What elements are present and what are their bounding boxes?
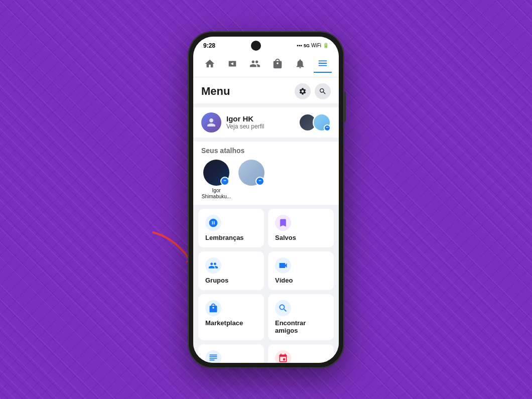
shortcut-avatar-2 (238, 160, 264, 186)
nav-video[interactable] (223, 55, 241, 73)
phone-wrapper: 9:28 ▪▪▪ 5G WiFi 🔋 (188, 32, 344, 368)
status-time: 9:28 (203, 42, 215, 49)
saved-label: Salvos (275, 234, 327, 241)
nav-bar (193, 51, 339, 77)
video-icon (275, 257, 291, 274)
grid-item-marketplace[interactable]: Marketplace (198, 294, 264, 340)
grid-item-feeds[interactable]: Feeds (198, 344, 264, 363)
search-button[interactable] (315, 83, 331, 99)
camera-notch (251, 41, 261, 51)
phone-frame: 9:28 ▪▪▪ 5G WiFi 🔋 (188, 32, 344, 368)
memories-label: Lembranças (205, 234, 257, 241)
content-area[interactable]: Menu (193, 77, 339, 363)
marketplace-icon (205, 300, 221, 316)
avatar-stack-2 (313, 113, 331, 131)
shortcut-badge-2 (255, 177, 264, 186)
profile-section[interactable]: Igor HK Veja seu perfil (193, 107, 339, 138)
menu-header-section: Menu (193, 77, 339, 103)
video-label: Vídeo (275, 277, 327, 284)
groups-icon (205, 257, 221, 274)
status-icons: ▪▪▪ 5G WiFi 🔋 (297, 43, 329, 48)
wifi-icon: WiFi (311, 43, 321, 48)
battery-icon: 🔋 (323, 43, 329, 48)
settings-button[interactable] (295, 83, 311, 99)
menu-actions (295, 83, 331, 99)
find-friends-label: Encontrar amigos (275, 319, 327, 334)
grid-item-video[interactable]: Vídeo (268, 251, 334, 290)
menu-grid: Lembranças Salvos (198, 209, 334, 363)
profile-avatars-stack (299, 113, 331, 131)
profile-info: Igor HK Veja seu perfil (226, 114, 264, 130)
groups-label: Grupos (205, 277, 257, 284)
find-friends-icon (275, 300, 291, 316)
profile-name: Igor HK (226, 114, 264, 123)
saved-icon (275, 215, 291, 231)
menu-title: Menu (201, 85, 230, 98)
grid-item-saved[interactable]: Salvos (268, 209, 334, 247)
grid-item-memories[interactable]: Lembranças (198, 209, 264, 247)
shortcuts-section: Seus atalhos IgorShimabuku... (193, 142, 339, 205)
network-icon: 5G (304, 43, 310, 48)
grid-item-groups[interactable]: Grupos (198, 251, 264, 290)
nav-notifications[interactable] (291, 55, 309, 73)
shortcuts-row: IgorShimabuku... (201, 160, 331, 200)
shortcut-badge-1 (220, 177, 229, 186)
grid-item-find-friends[interactable]: Encontrar amigos (268, 294, 334, 340)
profile-left: Igor HK Veja seu perfil (201, 112, 264, 132)
memories-icon (205, 215, 221, 231)
shortcut-item-1[interactable]: IgorShimabuku... (201, 160, 231, 200)
shortcut-avatar-1 (203, 160, 229, 186)
phone-screen: 9:28 ▪▪▪ 5G WiFi 🔋 (193, 37, 339, 363)
shortcut-name-1: IgorShimabuku... (202, 188, 231, 200)
nav-marketplace-tab[interactable] (269, 55, 287, 73)
nav-menu-active[interactable] (314, 55, 332, 73)
marketplace-label: Marketplace (205, 319, 257, 327)
shortcuts-title: Seus atalhos (201, 147, 331, 155)
nav-people[interactable] (246, 55, 264, 73)
nav-home[interactable] (201, 55, 219, 73)
events-icon (275, 350, 291, 363)
signal-icon: ▪▪▪ (297, 43, 302, 48)
grid-item-events[interactable]: Eventos (268, 344, 334, 363)
menu-grid-section: Lembranças Salvos (193, 209, 339, 363)
profile-subtitle: Veja seu perfil (226, 123, 264, 130)
profile-avatar (201, 112, 221, 132)
shortcut-item-2[interactable] (236, 160, 267, 200)
feeds-icon (205, 350, 221, 363)
